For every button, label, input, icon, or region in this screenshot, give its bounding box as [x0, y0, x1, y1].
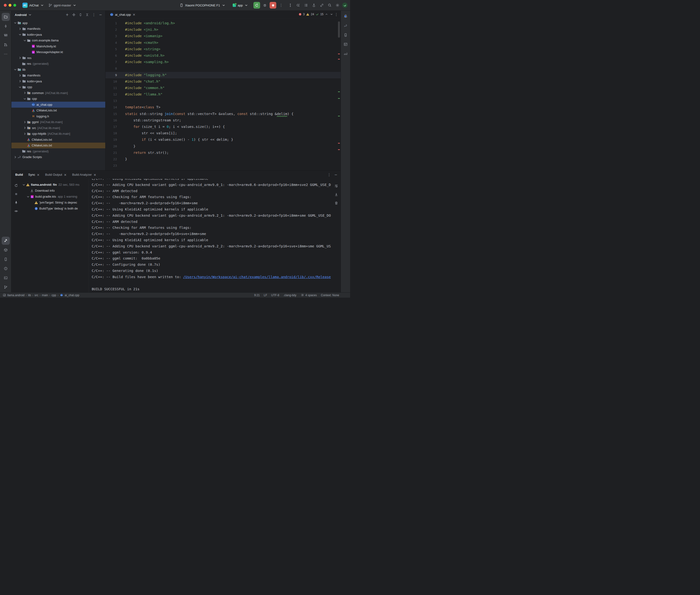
- build-tab-sync[interactable]: Sync×: [28, 173, 40, 177]
- tree-item-manifests[interactable]: manifests: [11, 73, 105, 79]
- breadcrumb-item-main[interactable]: main: [42, 293, 48, 297]
- project-selector[interactable]: AC AiChat: [21, 2, 46, 9]
- tree-item-cmakelists-txt[interactable]: CMakeLists.txt: [11, 143, 105, 148]
- tool-button-branch[interactable]: [2, 283, 10, 291]
- more-run-actions-button[interactable]: ⋮: [278, 2, 284, 8]
- close-icon[interactable]: ×: [64, 173, 67, 177]
- stop-gray-button[interactable]: [13, 191, 19, 197]
- tree-item-kotlin-java[interactable]: kotlin+java: [11, 32, 105, 38]
- close-icon[interactable]: ×: [36, 173, 40, 177]
- build-tree-item-buildtype-debug-is-both-de[interactable]: BuildType 'debug' is both de: [21, 205, 89, 211]
- tool-button-commit[interactable]: [2, 22, 10, 30]
- device-selector[interactable]: Xiaomi POCOPHONE F1: [178, 2, 227, 8]
- rerun-button[interactable]: [253, 2, 260, 8]
- collapse-all-button[interactable]: [84, 12, 90, 18]
- build-console[interactable]: C/C++: -- Using KleidiAI optimized kerne…: [89, 179, 341, 292]
- close-window-button[interactable]: [4, 4, 7, 7]
- search-button[interactable]: [326, 2, 333, 8]
- tool-button-terminal[interactable]: [2, 274, 10, 282]
- layout-icon[interactable]: [2, 293, 6, 297]
- tree-item-cpp[interactable]: cpp: [11, 96, 105, 102]
- list-button[interactable]: [303, 2, 309, 8]
- build-tab-build-output[interactable]: Build Output×: [45, 173, 67, 177]
- tool-button-device-manager[interactable]: [2, 255, 10, 263]
- tool-button-packages[interactable]: [2, 246, 10, 254]
- stop-button[interactable]: [270, 2, 276, 8]
- status-context-none[interactable]: Context: None: [321, 293, 339, 297]
- tree-item-common[interactable]: common[AiChat.lib.main]: [11, 90, 105, 96]
- tree-item-kotlin-java[interactable]: kotlin+java: [11, 78, 105, 84]
- status-9-21[interactable]: 9:21: [254, 293, 260, 297]
- status-utf-8[interactable]: UTF-8: [271, 293, 279, 297]
- eye-button[interactable]: [13, 208, 19, 214]
- tree-item-cmakelists-txt[interactable]: CMakeLists.txt: [11, 108, 105, 114]
- tree-item-logging-h[interactable]: Hlogging.h: [11, 113, 105, 119]
- link-button[interactable]: [318, 2, 325, 8]
- user-avatar[interactable]: [342, 2, 348, 8]
- tree-item-messageadapter-kt[interactable]: KMessageAdapter.kt: [11, 49, 105, 55]
- tree-item-ai-chat-cpp[interactable]: C++ai_chat.cpp: [11, 102, 105, 108]
- soft-wrap-button[interactable]: [333, 183, 339, 189]
- status-4-spaces[interactable]: 4 spaces: [300, 293, 317, 297]
- scroll-end-button[interactable]: [333, 192, 339, 197]
- breadcrumb-item-cpp[interactable]: cpp: [52, 293, 56, 297]
- tool-button-structure[interactable]: [2, 31, 10, 39]
- tree-item-res[interactable]: res: [11, 55, 105, 61]
- console-file-link[interactable]: /Users/hanyin/Workspace/ai-chat/examples…: [183, 275, 331, 279]
- pin-button[interactable]: [13, 200, 19, 205]
- tool-button-more-h[interactable]: ⋯: [2, 50, 10, 58]
- tool-button-hammer[interactable]: [2, 237, 10, 245]
- inspections-widget[interactable]: 3 24 15: [298, 12, 333, 16]
- close-icon[interactable]: ×: [93, 173, 96, 177]
- tool-button-problems[interactable]: [2, 264, 10, 273]
- tool-button-bell[interactable]: [341, 12, 349, 21]
- editor-tab-ai-chat-cpp[interactable]: C++ ai_chat.cpp ×: [107, 10, 138, 19]
- text-tool-button[interactable]: [287, 2, 294, 8]
- build-tree-item-build-gradle-kts[interactable]: Kbuild.gradle.ktsapp 1 warning: [21, 194, 89, 200]
- tree-item-res[interactable]: res(generated): [11, 148, 105, 154]
- zoom-window-button[interactable]: [13, 4, 16, 7]
- tree-item-res[interactable]: res(generated): [11, 61, 105, 67]
- next-problem-icon[interactable]: [330, 12, 333, 16]
- tree-item-manifests[interactable]: manifests: [11, 26, 105, 32]
- trash-button[interactable]: [333, 200, 339, 206]
- prev-problem-icon[interactable]: [325, 12, 329, 16]
- expand-all-button[interactable]: [78, 12, 83, 18]
- plus-button[interactable]: +: [64, 12, 70, 18]
- status-lf[interactable]: LF: [264, 293, 267, 297]
- run-config-selector[interactable]: app: [231, 2, 250, 8]
- tool-button-insights[interactable]: [341, 50, 349, 58]
- breadcrumb-item-lib[interactable]: lib: [28, 293, 31, 297]
- status-clang-tidy[interactable]: .clang-tidy: [283, 293, 297, 297]
- tree-item-lib[interactable]: lib: [11, 67, 105, 73]
- more-vertical-icon[interactable]: ⋮: [334, 12, 338, 17]
- minimize-window-button[interactable]: [8, 4, 11, 7]
- tree-item-app[interactable]: app: [11, 20, 105, 26]
- tree-item-ggml[interactable]: ggml[AiChat.lib.main]: [11, 119, 105, 125]
- branch-selector[interactable]: ggml-master: [47, 2, 78, 8]
- tool-button-project-folder[interactable]: [2, 13, 10, 21]
- build-tree-item-download-info[interactable]: Download info: [21, 188, 89, 194]
- debug-button[interactable]: [261, 2, 268, 8]
- breadcrumb-item-src[interactable]: src: [34, 293, 38, 297]
- tool-button-layout-inspector[interactable]: [341, 40, 349, 48]
- tree-item-cmakelists-txt[interactable]: CMakeLists.txt: [11, 137, 105, 143]
- settings-button[interactable]: [334, 2, 341, 8]
- tool-button-device-explorer[interactable]: [341, 31, 349, 39]
- breadcrumb-item-llama-android[interactable]: llama.android: [7, 293, 25, 297]
- tree-item-com-example-llama[interactable]: com.example.llama: [11, 38, 105, 44]
- tree-item-gradle-scripts[interactable]: Gradle Scripts: [11, 154, 105, 160]
- hide-panel-icon[interactable]: −: [334, 173, 338, 177]
- code-editor[interactable]: 1#include <android/log.h>2#include <jni.…: [106, 19, 341, 170]
- build-tab-build-analyzer[interactable]: Build Analyzer×: [72, 173, 96, 177]
- build-tree-item-llama-android-fin[interactable]: llama.android: fin22 sec, 583 ms: [21, 182, 89, 188]
- breadcrumb-item-ai-chat-cpp[interactable]: ai_chat.cpp: [65, 293, 79, 297]
- hide-button[interactable]: −: [97, 12, 103, 18]
- build-tree-item-jvmtarget-string-is-deprec[interactable]: 'jvmTarget: String' is deprec: [21, 200, 89, 205]
- tool-button-pull-request[interactable]: [2, 41, 10, 49]
- project-view-mode[interactable]: Android: [15, 13, 27, 17]
- tree-item-mainactivity-kt[interactable]: KMainActivity.kt: [11, 43, 105, 49]
- tree-item-cpp-httplib[interactable]: cpp-httplib[AiChat.lib.main]: [11, 131, 105, 137]
- tree-item-cpp[interactable]: cpp: [11, 84, 105, 90]
- locate-button[interactable]: [71, 12, 77, 18]
